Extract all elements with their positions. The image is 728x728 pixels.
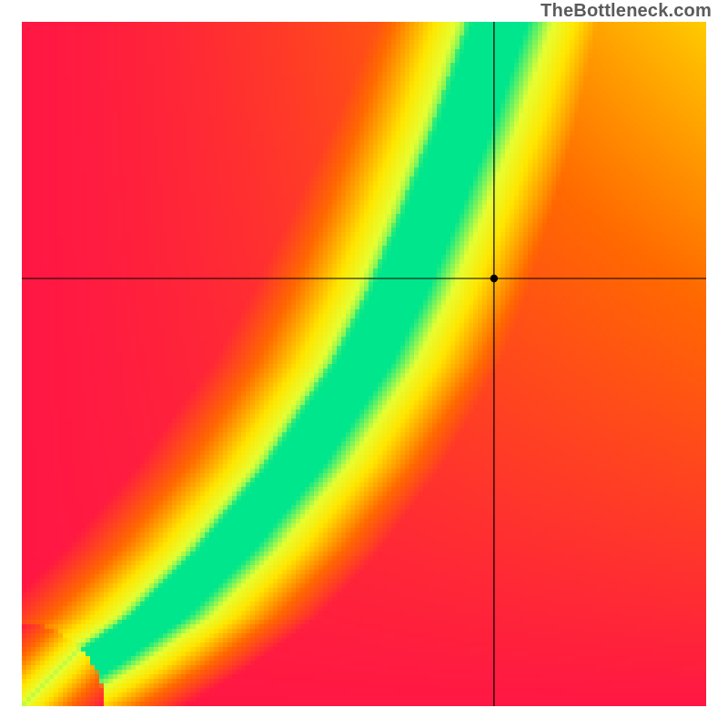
chart-container: TheBottleneck.com	[0, 0, 728, 728]
watermark-text: TheBottleneck.com	[541, 0, 712, 21]
bottleneck-heatmap	[22, 22, 706, 706]
